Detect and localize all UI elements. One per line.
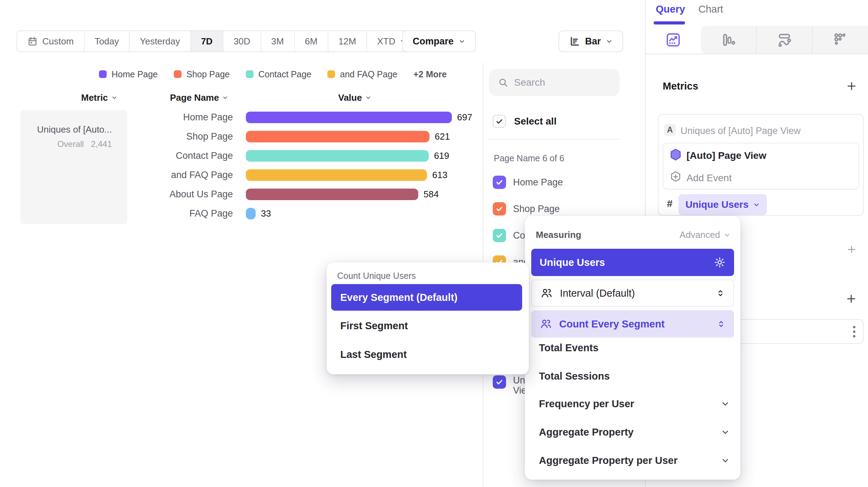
- tab-chart[interactable]: Chart: [698, 3, 723, 15]
- column-header-page-name[interactable]: Page Name: [170, 92, 228, 103]
- bar-category-label: Home Page: [133, 112, 233, 123]
- metric-cell[interactable]: Uniques of [Auto... Overall2,441: [20, 110, 127, 224]
- menu-item-label: Count Every Segment: [559, 318, 664, 330]
- event-hexagon-icon: [669, 148, 682, 161]
- range-yesterday[interactable]: Yesterday: [130, 31, 191, 51]
- users-icon: [540, 318, 552, 330]
- segment-menu: Count Unique Users Every Segment (Defaul…: [327, 262, 529, 374]
- search-input[interactable]: [514, 77, 609, 88]
- column-header-value[interactable]: Value: [338, 92, 371, 103]
- event-name[interactable]: [Auto] Page View: [686, 150, 766, 161]
- search-box[interactable]: [489, 69, 620, 96]
- range-custom[interactable]: Custom: [17, 31, 85, 51]
- filter-item-label: Home Page: [513, 177, 563, 188]
- chevron-down-icon: [458, 38, 465, 45]
- legend-more[interactable]: +2 More: [413, 69, 447, 79]
- menu-item-total-sessions[interactable]: Total Sessions: [539, 370, 610, 382]
- legend-item[interactable]: Home Page: [99, 69, 158, 79]
- stepper-icon[interactable]: [716, 289, 725, 298]
- chevron-down-icon[interactable]: [721, 399, 730, 408]
- compare-button[interactable]: Compare: [402, 30, 476, 52]
- measuring-menu-title: Measuring: [536, 230, 581, 240]
- metric-card[interactable]: A Uniques of [Auto] Page View [Auto] Pag…: [658, 114, 864, 216]
- range-6m[interactable]: 6M: [295, 31, 328, 51]
- overall-value: 2,441: [91, 139, 112, 149]
- add-event-button[interactable]: Add Event: [686, 172, 732, 184]
- stepper-icon[interactable]: [717, 319, 726, 329]
- select-all-checkbox[interactable]: [493, 115, 506, 128]
- menu-item-count-every-segment[interactable]: Count Every Segment: [531, 310, 734, 338]
- tab-retention[interactable]: [812, 26, 868, 54]
- tab-insights[interactable]: [646, 26, 701, 54]
- menu-item-first-segment[interactable]: First Segment: [340, 320, 408, 332]
- legend-item[interactable]: Contact Page: [246, 69, 312, 79]
- checkbox-checked[interactable]: [493, 202, 506, 216]
- tab-flows[interactable]: [756, 26, 812, 54]
- segment-menu-title: Count Unique Users: [337, 271, 416, 281]
- filter-item-home-page[interactable]: Home Page: [493, 176, 563, 189]
- bar-value: 621: [435, 131, 450, 142]
- legend-swatch: [246, 70, 254, 78]
- legend-label: Home Page: [112, 69, 158, 79]
- checkbox-checked[interactable]: [493, 229, 506, 242]
- range-12m[interactable]: 12M: [328, 31, 367, 51]
- chevron-down-icon[interactable]: [721, 456, 730, 465]
- measure-label: Unique Users: [685, 199, 749, 210]
- bar[interactable]: [246, 150, 429, 162]
- measuring-menu: Measuring Advanced Unique Users Interval…: [525, 216, 740, 480]
- add-filter-button[interactable]: [847, 245, 856, 254]
- tab-query[interactable]: Query: [656, 3, 685, 15]
- advanced-toggle[interactable]: Advanced: [680, 230, 731, 240]
- range-label: Custom: [42, 36, 74, 47]
- filter-item-truncated[interactable]: Uni Vie: [493, 375, 527, 396]
- select-all-row[interactable]: Select all: [493, 115, 556, 128]
- filter-item-shop-page[interactable]: Shop Page: [493, 202, 560, 216]
- range-30d[interactable]: 30D: [223, 31, 261, 51]
- chevron-down-icon: [222, 94, 228, 101]
- range-7d[interactable]: 7D: [191, 31, 223, 51]
- bar[interactable]: [246, 189, 418, 200]
- range-today[interactable]: Today: [85, 31, 130, 51]
- tab-funnels[interactable]: [701, 26, 756, 54]
- legend-swatch: [174, 70, 182, 78]
- kebab-menu-icon[interactable]: [853, 326, 855, 337]
- menu-item-total-events[interactable]: Total Events: [539, 342, 598, 354]
- select-all-label: Select all: [514, 116, 556, 127]
- menu-item-interval[interactable]: Interval (Default): [531, 280, 734, 307]
- bar-category-label: FAQ Page: [133, 208, 233, 219]
- column-header-metric[interactable]: Metric: [81, 92, 118, 103]
- bar[interactable]: [246, 131, 429, 142]
- bar[interactable]: [246, 208, 256, 219]
- legend-item[interactable]: Shop Page: [174, 69, 230, 79]
- measure-selector[interactable]: Unique Users: [678, 194, 767, 215]
- chevron-down-icon: [365, 94, 371, 101]
- range-label: 6M: [305, 36, 318, 47]
- range-3m[interactable]: 3M: [261, 31, 295, 51]
- chart-type-button[interactable]: Bar: [558, 30, 623, 52]
- menu-item-frequency-per-user[interactable]: Frequency per User: [539, 398, 634, 410]
- bar-row: 697: [246, 112, 472, 123]
- bar-category-label: and FAQ Page: [133, 169, 233, 181]
- menu-item-aggregate-property[interactable]: Aggregate Property: [539, 426, 634, 438]
- menu-item-aggregate-property-per-user[interactable]: Aggregate Property per User: [539, 454, 677, 466]
- legend-label: Shop Page: [186, 69, 230, 79]
- bar[interactable]: [246, 169, 427, 181]
- add-event-icon: [669, 170, 682, 183]
- metric-title: Uniques of [Auto...: [20, 124, 112, 135]
- advanced-label: Advanced: [680, 230, 720, 240]
- bar-row: 33: [246, 208, 271, 219]
- gear-icon[interactable]: [714, 256, 726, 268]
- add-metric-button[interactable]: [846, 81, 857, 91]
- legend-item[interactable]: and FAQ Page: [327, 69, 397, 79]
- menu-item-every-segment-selected[interactable]: Every Segment (Default): [331, 284, 522, 311]
- menu-item-unique-users-selected[interactable]: Unique Users: [531, 249, 734, 276]
- bar[interactable]: [246, 112, 452, 123]
- checkbox-checked[interactable]: [493, 176, 506, 189]
- menu-item-label: Every Segment (Default): [340, 292, 457, 303]
- checkbox-checked[interactable]: [493, 375, 506, 389]
- chevron-down-icon[interactable]: [721, 428, 730, 437]
- add-breakdown-button[interactable]: [846, 294, 856, 304]
- menu-item-last-segment[interactable]: Last Segment: [340, 349, 407, 360]
- range-label: 3M: [271, 36, 284, 47]
- event-card: [Auto] Page View Add Event: [663, 143, 859, 190]
